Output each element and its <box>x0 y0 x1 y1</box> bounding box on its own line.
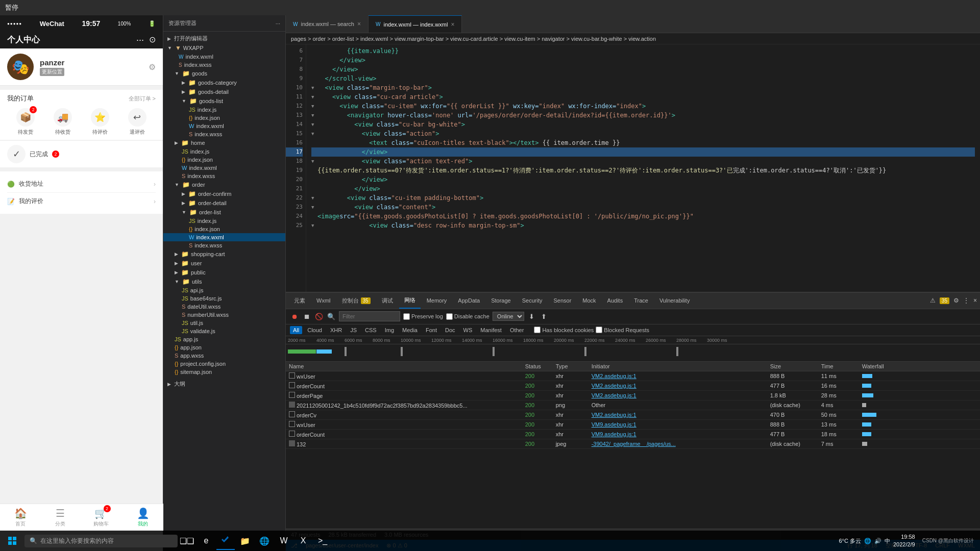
type-ws[interactable]: WS <box>460 326 476 334</box>
devtools-tab-storage[interactable]: Storage <box>486 293 516 309</box>
type-xhr[interactable]: XHR <box>327 326 345 334</box>
net-row-ordercount2[interactable]: orderCount 200 xhr VM9.asdebug.js:1 477 … <box>286 430 980 439</box>
type-css[interactable]: CSS <box>362 326 380 334</box>
preserve-log-checkbox[interactable]: Preserve log <box>403 313 443 320</box>
file-order-list-js[interactable]: JS index.js <box>163 217 285 225</box>
type-manifest[interactable]: Manifest <box>477 326 505 334</box>
blocked-cookies-checkbox[interactable]: Has blocked cookies <box>534 326 594 334</box>
filter-icon[interactable]: 🔍 <box>327 312 336 321</box>
folder-order-detail[interactable]: ▶ 📁 order-detail <box>163 198 285 208</box>
taskbar-search[interactable]: 🔍 在这里输入你要搜索的内容 <box>24 535 178 547</box>
folder-goods-list[interactable]: ▼ 📁 goods-list <box>163 96 285 106</box>
file-home-json[interactable]: {} index.json <box>163 156 285 164</box>
devtools-tab-security[interactable]: Security <box>517 293 548 309</box>
taskbar-task-view[interactable]: ❑❑ <box>178 532 196 550</box>
devtools-tab-vulnerability[interactable]: Vulnerability <box>654 293 695 309</box>
file-home-wxml[interactable]: W index.wxml <box>163 164 285 172</box>
taskbar-chrome[interactable]: 🌐 <box>255 532 274 550</box>
col-time[interactable]: Time <box>818 363 859 369</box>
file-api-js[interactable]: JS api.js <box>163 286 285 294</box>
nav-mine[interactable]: 👤 我的 <box>137 507 150 528</box>
file-app-js[interactable]: JS app.js <box>163 335 285 343</box>
file-goods-list-wxss[interactable]: S index.wxss <box>163 130 285 138</box>
order-icon-pending-review[interactable]: ⭐ 待评价 <box>91 108 109 136</box>
order-all-link[interactable]: 全部订单 > <box>129 95 156 103</box>
filter-input[interactable] <box>339 311 400 321</box>
phone-more-icon[interactable]: ··· <box>136 35 144 45</box>
devtools-tab-sensor[interactable]: Sensor <box>548 293 576 309</box>
folder-public[interactable]: ▶ 📁 public <box>163 268 285 277</box>
folder-goods[interactable]: ▼ 📁 goods <box>163 69 285 78</box>
tab-close-icon[interactable]: × <box>357 20 361 28</box>
folder-order-confirm[interactable]: ▶ 📁 order-confirm <box>163 189 285 198</box>
order-icon-pending-ship[interactable]: 📦 2 待发货 <box>16 108 35 136</box>
file-home-js[interactable]: JS index.js <box>163 147 285 156</box>
folder-goods-detail[interactable]: ▶ 📁 goods-detail <box>163 87 285 96</box>
col-name[interactable]: Name <box>286 363 522 369</box>
blocked-requests-checkbox[interactable]: Blocked Requests <box>596 326 649 334</box>
more-devtools-icon[interactable]: ⋮ <box>963 297 969 304</box>
devtools-tab-appdata[interactable]: AppData <box>453 293 485 309</box>
type-cloud[interactable]: Cloud <box>304 326 325 334</box>
devtools-tab-console[interactable]: 控制台 35 <box>337 293 376 309</box>
taskbar-terminal[interactable]: >_ <box>313 532 332 550</box>
folder-order-list[interactable]: ▼ 📁 order-list <box>163 208 285 217</box>
folder-user[interactable]: ▶ 📁 user <box>163 259 285 268</box>
service-review[interactable]: 📝 我的评价 › <box>7 193 156 210</box>
gear-icon[interactable]: ⚙ <box>149 62 156 72</box>
explorer-more-icon[interactable]: ··· <box>276 20 280 27</box>
file-app-wxss[interactable]: S app.wxss <box>163 352 285 360</box>
order-icon-pending-receive[interactable]: 🚚 待收货 <box>54 108 72 136</box>
wxapp-section[interactable]: ▼ ▼ WXAPP <box>163 43 285 53</box>
file-goods-list-js[interactable]: JS index.js <box>163 106 285 114</box>
phone-scan-icon[interactable]: ⊙ <box>149 35 156 45</box>
devtools-tab-mock[interactable]: Mock <box>577 293 601 309</box>
net-row-ordercount1[interactable]: orderCount 200 xhr VM2.asdebug.js:1 477 … <box>286 381 980 391</box>
folder-shopping-cart[interactable]: ▶ 📁 shopping-cart <box>163 249 285 259</box>
col-waterfall[interactable]: Waterfall <box>859 363 980 369</box>
col-status[interactable]: Status <box>522 363 553 369</box>
net-row-ordercv[interactable]: orderCv 200 xhr VM2.asdebug.js:1 470 B 5… <box>286 410 980 420</box>
type-doc[interactable]: Doc <box>442 326 458 334</box>
type-js[interactable]: JS <box>347 326 360 334</box>
file-app-json[interactable]: {} app.json <box>163 343 285 352</box>
devtools-tab-trace[interactable]: Trace <box>629 293 653 309</box>
stop-btn[interactable]: ⏹ <box>302 312 311 321</box>
order-icon-return[interactable]: ↩ 退评价 <box>128 108 146 136</box>
file-order-list-wxml[interactable]: W index.wxml <box>163 233 285 241</box>
throttle-select[interactable]: Online <box>493 312 524 321</box>
devtools-tab-network[interactable]: 网络 <box>399 293 421 309</box>
folder-home[interactable]: ▶ 📁 home <box>163 138 285 147</box>
tab-close-icon2[interactable]: × <box>451 21 454 28</box>
disable-cache-checkbox[interactable]: Disable cache <box>446 313 489 320</box>
col-initiator[interactable]: Initiator <box>589 363 767 369</box>
start-button[interactable] <box>2 531 22 551</box>
taskbar-word[interactable]: W <box>275 532 293 550</box>
devtools-tab-elements[interactable]: 元素 <box>289 293 310 309</box>
file-validate-js[interactable]: JS validate.js <box>163 327 285 335</box>
tab-search[interactable]: W index.wxml — search × <box>286 15 369 33</box>
type-other[interactable]: Other <box>507 326 527 334</box>
col-type[interactable]: Type <box>553 363 589 369</box>
code-lines[interactable]: {{item.value}} </view> </view> </scroll-… <box>306 44 980 292</box>
outline-section[interactable]: ▶ 大纲 <box>163 379 285 389</box>
import-icon[interactable]: ⬇ <box>527 312 536 321</box>
file-index-wxml-top[interactable]: W index.wxml <box>163 53 285 61</box>
file-dateutil-wxss[interactable]: S dateUtil.wxss <box>163 303 285 311</box>
already-done-item[interactable]: ✓ 已完成 2 <box>7 145 156 163</box>
file-project-config-json[interactable]: {} project.config.json <box>163 360 285 368</box>
close-devtools-icon[interactable]: × <box>973 297 977 304</box>
record-btn[interactable]: ⏺ <box>290 312 299 321</box>
file-goods-list-json[interactable]: {} index.json <box>163 114 285 122</box>
devtools-tab-audits[interactable]: Audits <box>602 293 628 309</box>
taskbar-excel[interactable]: X <box>294 532 312 550</box>
folder-utils[interactable]: ▼ 📁 utils <box>163 277 285 286</box>
open-editors-section[interactable]: ▶ 打开的编辑器 <box>163 34 285 43</box>
clear-btn[interactable]: 🚫 <box>314 312 324 321</box>
devtools-tab-memory[interactable]: Memory <box>422 293 452 309</box>
file-order-list-json[interactable]: {} index.json <box>163 225 285 233</box>
file-sitemap-json[interactable]: {} sitemap.json <box>163 368 285 376</box>
nav-home[interactable]: 🏠 首页 <box>14 507 27 528</box>
file-goods-list-wxml[interactable]: W index.wxml <box>163 122 285 130</box>
file-util-js[interactable]: JS util.js <box>163 319 285 327</box>
